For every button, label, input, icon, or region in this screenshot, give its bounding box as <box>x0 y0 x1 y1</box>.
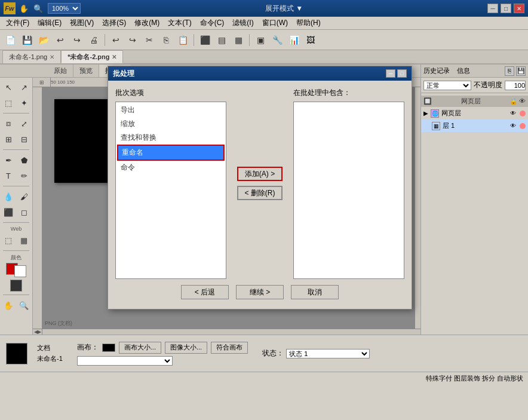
back-button[interactable]: < 后退 <box>181 285 229 299</box>
dialog-batch-list: 导出 缩放 查找和替换 重命名 命令 <box>115 102 226 279</box>
dialog-left-col: 批次选项 导出 缩放 查找和替换 重命名 命令 <box>115 88 226 279</box>
dialog-buttons-col: 添加(A) > < 删除(R) <box>236 88 284 279</box>
dialog-item-rename[interactable]: 重命名 <box>117 145 225 161</box>
dialog-min-icon[interactable]: ─ <box>386 69 395 78</box>
add-button[interactable]: 添加(A) > <box>237 167 283 181</box>
dialog-item-command[interactable]: 命令 <box>117 161 225 174</box>
dialog-item-scale[interactable]: 缩放 <box>117 117 225 131</box>
dialog-include-list <box>293 102 404 279</box>
dialog-title-text: 批处理 <box>113 69 134 79</box>
remove-button[interactable]: < 删除(R) <box>237 186 283 200</box>
dialog-title-bar: 批处理 ─ □ <box>108 66 412 81</box>
dialog-max-icon[interactable]: □ <box>397 69 407 78</box>
continue-button[interactable]: 继续 > <box>236 285 284 299</box>
batch-dialog: 批处理 ─ □ 批次选项 导出 缩放 查找和替换 重命名 命令 <box>108 66 412 309</box>
dialog-body: 批次选项 导出 缩放 查找和替换 重命名 命令 添加(A) > < 删除(R) <box>108 81 412 309</box>
dialog-overlay: 批处理 ─ □ 批次选项 导出 缩放 查找和替换 重命名 命令 <box>0 0 528 420</box>
dialog-left-label: 批次选项 <box>115 88 226 98</box>
dialog-item-findreplace[interactable]: 查找和替换 <box>117 131 225 145</box>
dialog-item-export[interactable]: 导出 <box>117 103 225 117</box>
dialog-right-col: 在批处理中包含： <box>293 88 404 279</box>
cancel-button[interactable]: 取消 <box>291 285 339 299</box>
dialog-footer: < 后退 继续 > 取消 <box>115 279 404 302</box>
dialog-columns: 批次选项 导出 缩放 查找和替换 重命名 命令 添加(A) > < 删除(R) <box>115 88 404 279</box>
dialog-right-label: 在批处理中包含： <box>293 88 404 98</box>
